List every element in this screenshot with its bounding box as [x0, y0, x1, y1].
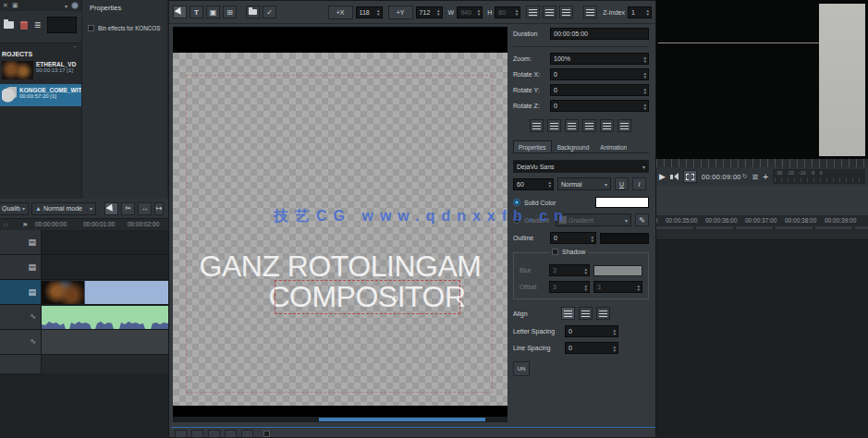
zoom-fit-button[interactable] [191, 430, 203, 438]
track-target-icon[interactable]: ∷ [4, 222, 7, 229]
panel-icon[interactable]: ▣ [12, 2, 18, 9]
zoom-in-button[interactable] [208, 430, 220, 438]
selection-outline[interactable] [275, 280, 460, 314]
extra-tool-button[interactable]: ↦ [154, 202, 164, 215]
bin-item[interactable]: ETHERAL_VD 00:00:13:17 [1] [0, 59, 81, 81]
x-position-spinbox[interactable]: 118▴▾ [356, 6, 383, 18]
offset-y-spinbox[interactable]: 3▴▾ [593, 281, 642, 293]
tab-properties[interactable]: Properties [513, 140, 552, 152]
close-icon[interactable]: ✕ [3, 2, 8, 9]
quality-dropdown[interactable]: Quality▾ [0, 202, 29, 215]
rotate-x-spinbox[interactable]: 0▴▾ [550, 68, 649, 80]
gradient-dropdown[interactable]: Gradient▾ [556, 213, 631, 226]
play-icon[interactable]: ▶ [659, 172, 666, 181]
blur-spinbox[interactable]: 3▴▾ [549, 264, 590, 276]
offset-x-spinbox[interactable]: 3▴▾ [549, 281, 590, 293]
fill-color-swatch[interactable] [595, 197, 649, 208]
item-align-vcenter-button[interactable] [600, 119, 614, 132]
insert-unicode-button[interactable]: UN [513, 361, 530, 376]
track-lane[interactable] [42, 230, 168, 254]
track-header-active[interactable]: ▤ [0, 280, 42, 304]
letter-spacing-spinbox[interactable]: 0▴▾ [565, 325, 618, 337]
font-size-spinbox[interactable]: 60▴▾ [513, 178, 554, 190]
show-background-checkbox[interactable] [263, 431, 270, 437]
safe-zone-button[interactable] [683, 170, 697, 183]
item-align-left-button[interactable] [530, 119, 544, 132]
video-clip-body[interactable] [84, 281, 168, 304]
canvas-hscrollbar[interactable] [173, 417, 507, 422]
height-spinbox[interactable]: 80▴▾ [495, 6, 520, 18]
zoom-spinbox[interactable]: 100%▴▾ [550, 53, 649, 65]
rect-tool-button[interactable]: ▣ [206, 6, 220, 18]
audio-volume-icon[interactable] [670, 173, 679, 180]
menu-icon[interactable]: ≡ [34, 20, 41, 30]
monitor-timecode[interactable]: 00:00:09:00 [702, 173, 741, 181]
select-tool-button[interactable] [104, 202, 118, 215]
audio-clip[interactable] [42, 306, 168, 329]
zindex-spinbox[interactable]: 1▴▾ [628, 6, 652, 18]
add-clip-folder-icon[interactable] [4, 21, 14, 29]
float-panel-icon[interactable] [71, 2, 79, 9]
text-align-left-button[interactable] [561, 307, 575, 320]
item-align-bottom-button[interactable] [617, 119, 631, 132]
align-left-button[interactable] [526, 6, 540, 18]
monitor-seek-ruler[interactable] [656, 159, 868, 167]
title-text-line1[interactable]: GANZ ROTOLINGAM [173, 251, 507, 282]
align-justify-button[interactable] [583, 6, 597, 18]
open-title-button[interactable] [246, 6, 260, 18]
collapsed-track-header[interactable] [0, 355, 42, 373]
duration-field[interactable]: 00:00:05:00 [550, 28, 649, 40]
item-align-top-button[interactable] [582, 119, 596, 132]
rotate-y-spinbox[interactable]: 0▴▾ [550, 84, 649, 96]
x-position-button[interactable]: +X [328, 6, 353, 19]
edit-mode-dropdown[interactable]: ▲ Normal mode▾ [31, 202, 96, 215]
razor-tool-button[interactable]: ✂ [121, 202, 135, 215]
item-align-hcenter-button[interactable] [547, 119, 561, 132]
track-lane[interactable] [656, 229, 868, 240]
refresh-icon[interactable]: ↻ [742, 173, 748, 180]
bin-effects-checkbox[interactable] [88, 25, 94, 31]
align-right-button[interactable] [559, 6, 573, 18]
track-lane[interactable] [42, 255, 168, 279]
spacer-tool-button[interactable]: ↔ [138, 202, 152, 215]
track-header[interactable]: ▤ [0, 230, 42, 254]
add-marker-icon[interactable]: + [763, 172, 768, 182]
collapse-chevron-icon[interactable]: ˆ [74, 45, 76, 51]
underline-button[interactable]: U [615, 177, 629, 190]
zoom-out-button[interactable] [175, 430, 187, 438]
image-tool-button[interactable]: ⊞ [223, 6, 237, 18]
text-align-center-button[interactable] [579, 307, 593, 320]
width-spinbox[interactable]: 940▴▾ [457, 6, 483, 18]
font-weight-dropdown[interactable]: Normal▾ [557, 177, 611, 190]
chevron-down-icon[interactable]: ▾ [65, 3, 67, 9]
gradient-radio[interactable] [513, 216, 520, 224]
shadow-checkbox[interactable] [552, 249, 558, 255]
canvas-frame[interactable]: GANZ ROTOLINGAM COMPOSITOR [173, 53, 507, 406]
shadow-color-swatch[interactable] [593, 265, 642, 276]
timeline-tracks-right[interactable] [656, 229, 868, 438]
bin-item-selected[interactable]: KONGOE_COME_WITH_ 00:00:57:20 [1] [0, 84, 81, 106]
item-align-right-button[interactable] [565, 119, 579, 132]
bin-search-input[interactable] [47, 17, 77, 33]
save-title-button[interactable]: ✓ [263, 6, 276, 18]
tab-background[interactable]: Background [552, 140, 595, 152]
track-header[interactable]: ∿ [0, 305, 42, 329]
track-header[interactable]: ▤ [0, 255, 42, 279]
timeline-ruler-right[interactable]: 00:00:34:00 00:00:35:00 00:00:36:00 00:0… [656, 215, 868, 229]
track-header[interactable]: ∿ [0, 330, 42, 354]
y-position-button[interactable]: +Y [388, 6, 413, 19]
tab-animation[interactable]: Animation [594, 140, 632, 152]
video-clip-thumbnail[interactable] [42, 281, 84, 304]
align-center-button[interactable] [543, 6, 556, 18]
monitor-menu-icon[interactable]: ≡ [752, 171, 758, 182]
title-canvas[interactable]: GANZ ROTOLINGAM COMPOSITOR [173, 27, 507, 422]
y-position-spinbox[interactable]: 712▴▾ [416, 6, 443, 18]
track-lane[interactable] [42, 330, 168, 354]
text-tool-button[interactable]: T [189, 6, 203, 18]
delete-icon[interactable] [20, 21, 28, 30]
zoom-original-button[interactable] [225, 430, 237, 438]
selection-tool-button[interactable] [173, 6, 187, 18]
outline-color-swatch[interactable] [600, 233, 649, 244]
font-family-dropdown[interactable]: DejaVu Sans▾ [513, 160, 649, 173]
marker-flag-icon[interactable]: ⚑ [22, 222, 28, 229]
